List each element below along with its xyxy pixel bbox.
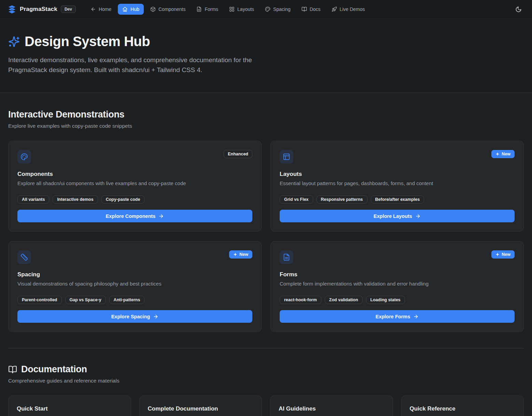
docs-heading: Documentation: [21, 364, 87, 375]
tag: Loading states: [366, 296, 405, 304]
nav-item-spacing[interactable]: Spacing: [261, 4, 295, 15]
rocket-icon: [332, 6, 337, 12]
doc-card-quick-reference[interactable]: Quick Reference Cheat sheet for lookups: [401, 396, 524, 416]
main-nav: Home Hub Components Forms Layouts: [86, 4, 369, 15]
tag-row: All variants Interactive demos Copy-past…: [17, 195, 252, 204]
arrow-right-icon: [153, 314, 158, 319]
doc-card-title: Quick Reference: [410, 405, 516, 412]
panels-top-left-icon: [280, 150, 293, 164]
explore-spacing-button[interactable]: Explore Spacing: [17, 310, 252, 323]
tag-row: Grid vs Flex Responsive patterns Before/…: [280, 195, 515, 204]
tag: Anti-patterns: [109, 296, 145, 304]
doc-card-quick-start[interactable]: Quick Start 5-minute crash course: [8, 396, 131, 416]
docs-subheading: Comprehensive guides and reference mater…: [8, 378, 524, 384]
sparkles-icon: [495, 152, 500, 156]
explore-layouts-button[interactable]: Explore Layouts: [280, 210, 515, 222]
card-title: Forms: [280, 271, 515, 278]
nav-item-forms[interactable]: Forms: [192, 4, 223, 15]
tag: Grid vs Flex: [280, 195, 313, 204]
doc-card-title: Complete Documentation: [148, 405, 254, 412]
demo-card-spacing: New Spacing Visual demonstrations of spa…: [8, 241, 262, 332]
file-text-icon: [280, 250, 293, 264]
documentation-section: Documentation Comprehensive guides and r…: [8, 348, 524, 416]
page-title: Design System Hub: [25, 34, 150, 49]
nav-item-home[interactable]: Home: [86, 4, 116, 15]
demo-card-components: Enhanced Components Explore all shadcn/u…: [8, 141, 262, 232]
nav-item-layouts[interactable]: Layouts: [225, 4, 258, 15]
book-open-icon: [8, 365, 17, 374]
doc-card-title: Quick Start: [17, 405, 123, 412]
tag: Copy-paste code: [101, 195, 145, 204]
card-title: Components: [17, 171, 252, 178]
nav-item-docs[interactable]: Docs: [297, 4, 325, 15]
top-navbar: PragmaStack Dev Home Hub Components Fo: [0, 0, 532, 19]
docs-card-grid: Quick Start 5-minute crash course Comple…: [8, 396, 524, 416]
doc-card-ai-guidelines[interactable]: AI Guidelines Rules for AI code generati…: [270, 396, 393, 416]
brand-name: PragmaStack: [20, 6, 57, 13]
tag: All variants: [17, 195, 49, 204]
tag: Responsive patterns: [317, 195, 367, 204]
demos-subheading: Explore live examples with copy-paste co…: [8, 123, 524, 129]
nav-item-components[interactable]: Components: [146, 4, 190, 15]
status-badge: Enhanced: [224, 150, 252, 158]
layout-grid-icon: [229, 6, 235, 12]
arrow-right-icon: [415, 213, 421, 219]
hero-section: Design System Hub Interactive demonstrat…: [0, 19, 532, 93]
arrow-right-icon: [413, 314, 419, 319]
doc-card-complete-documentation[interactable]: Complete Documentation Full design syste…: [139, 396, 262, 416]
demos-section: Interactive Demonstrations Explore live …: [8, 93, 524, 332]
demos-heading: Interactive Demonstrations: [8, 109, 524, 120]
palette-icon: [265, 6, 270, 12]
env-badge: Dev: [61, 5, 76, 13]
nav-item-live-demos[interactable]: Live Demos: [327, 4, 369, 15]
theme-toggle-button[interactable]: [512, 3, 524, 15]
tag-row: react-hook-form Zod validation Loading s…: [280, 296, 515, 304]
book-open-icon: [302, 6, 307, 12]
status-badge: New: [491, 150, 515, 158]
doc-card-title: AI Guidelines: [279, 405, 384, 412]
moon-icon: [515, 6, 522, 13]
nav-item-hub[interactable]: Hub: [118, 4, 144, 15]
card-description: Explore all shadcn/ui components with li…: [17, 180, 252, 186]
status-badge: New: [229, 250, 252, 259]
demo-card-grid: Enhanced Components Explore all shadcn/u…: [8, 141, 524, 332]
tag-row: Parent-controlled Gap vs Space-y Anti-pa…: [17, 296, 252, 304]
card-description: Visual demonstrations of spacing philoso…: [17, 281, 252, 287]
brand: PragmaStack Dev: [8, 5, 76, 14]
demo-card-layouts: New Layouts Essential layout patterns fo…: [270, 141, 524, 232]
tag: Zod validation: [325, 296, 363, 304]
layers-logo-icon: [8, 5, 16, 14]
ruler-icon: [17, 250, 31, 264]
arrow-right-icon: [158, 213, 164, 219]
explore-components-button[interactable]: Explore Components: [17, 210, 252, 222]
card-title: Spacing: [17, 271, 252, 278]
explore-forms-button[interactable]: Explore Forms: [280, 310, 515, 323]
tag: Gap vs Space-y: [65, 296, 106, 304]
tag: Parent-controlled: [17, 296, 62, 304]
tag: Interactive demos: [53, 195, 98, 204]
arrow-left-icon: [90, 6, 96, 12]
page-subtitle: Interactive demonstrations, live example…: [8, 55, 263, 75]
card-description: Essential layout patterns for pages, das…: [280, 180, 515, 186]
card-description: Complete form implementations with valid…: [280, 281, 515, 287]
box-icon: [150, 6, 156, 12]
house-icon: [122, 6, 128, 12]
sparkles-icon: [233, 252, 237, 256]
demo-card-forms: New Forms Complete form implementations …: [270, 241, 524, 332]
sparkles-icon: [8, 36, 20, 47]
status-badge: New: [491, 250, 515, 259]
tag: react-hook-form: [280, 296, 321, 304]
card-title: Layouts: [280, 171, 515, 178]
sparkles-icon: [495, 252, 500, 256]
palette-icon: [17, 150, 31, 164]
file-text-icon: [196, 6, 202, 12]
tag: Before/after examples: [371, 195, 424, 204]
